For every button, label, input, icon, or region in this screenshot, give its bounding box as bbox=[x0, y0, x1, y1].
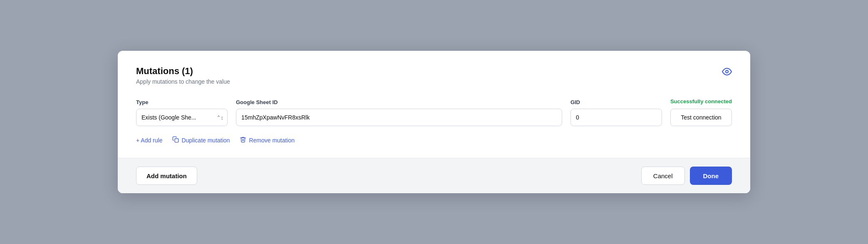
svg-point-0 bbox=[726, 70, 728, 73]
gid-label: GID bbox=[570, 99, 662, 105]
form-row: Type Exists (Google She... ⌃↕ Google She… bbox=[136, 98, 732, 126]
cancel-button[interactable]: Cancel bbox=[641, 167, 685, 185]
type-field: Type Exists (Google She... ⌃↕ bbox=[136, 99, 228, 126]
mutations-modal: Mutations (1) Apply mutations to change … bbox=[118, 51, 750, 193]
form-section: Type Exists (Google She... ⌃↕ Google She… bbox=[136, 98, 732, 144]
type-select[interactable]: Exists (Google She... bbox=[136, 109, 228, 126]
eye-icon[interactable] bbox=[722, 67, 732, 78]
add-mutation-button[interactable]: Add mutation bbox=[136, 167, 197, 185]
gid-input[interactable] bbox=[570, 109, 662, 126]
sheet-id-field: Google Sheet ID bbox=[236, 99, 562, 126]
gid-field: GID bbox=[570, 99, 662, 126]
duplicate-mutation-button[interactable]: Duplicate mutation bbox=[172, 136, 230, 144]
remove-label: Remove mutation bbox=[249, 137, 295, 144]
modal-subtitle: Apply mutations to change the value bbox=[136, 78, 230, 85]
duplicate-icon bbox=[172, 136, 179, 144]
modal-header-text: Mutations (1) Apply mutations to change … bbox=[136, 66, 230, 85]
type-select-wrapper: Exists (Google She... ⌃↕ bbox=[136, 109, 228, 126]
sheet-id-label: Google Sheet ID bbox=[236, 99, 562, 105]
footer-right-buttons: Cancel Done bbox=[641, 167, 732, 185]
add-rule-button[interactable]: + Add rule bbox=[136, 137, 162, 144]
sheet-id-input[interactable] bbox=[236, 109, 562, 126]
duplicate-label: Duplicate mutation bbox=[181, 137, 230, 144]
status-field: Successfully connected Test connection bbox=[670, 98, 732, 126]
modal-body: Mutations (1) Apply mutations to change … bbox=[118, 51, 750, 158]
modal-title-row: Mutations (1) Apply mutations to change … bbox=[136, 66, 732, 85]
done-button[interactable]: Done bbox=[690, 167, 732, 185]
modal-title: Mutations (1) bbox=[136, 66, 230, 77]
trash-icon bbox=[240, 136, 246, 144]
modal-footer: Add mutation Cancel Done bbox=[118, 158, 750, 193]
connection-status: Successfully connected bbox=[670, 98, 732, 105]
remove-mutation-button[interactable]: Remove mutation bbox=[240, 136, 295, 144]
add-rule-label: + Add rule bbox=[136, 137, 162, 144]
action-links: + Add rule Duplicate mutation bbox=[136, 136, 732, 144]
type-label: Type bbox=[136, 99, 228, 105]
svg-rect-1 bbox=[175, 139, 179, 142]
test-connection-button[interactable]: Test connection bbox=[670, 109, 732, 126]
